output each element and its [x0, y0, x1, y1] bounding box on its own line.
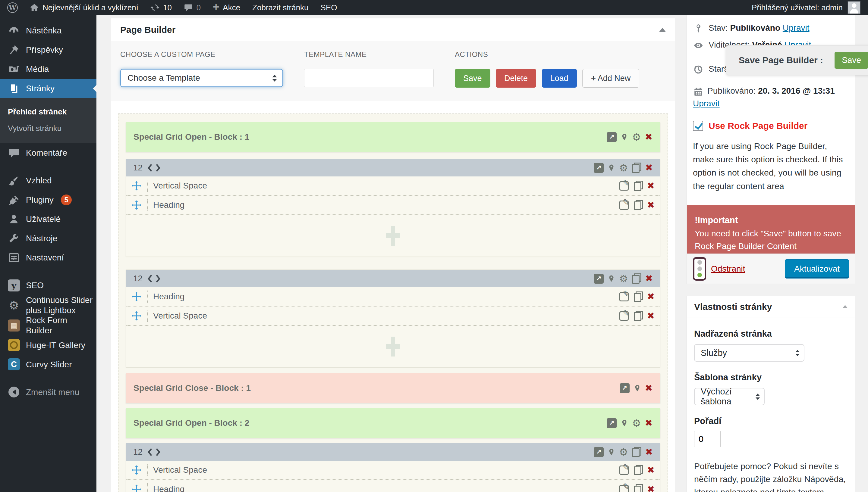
copy-icon[interactable] — [634, 465, 643, 475]
copy-icon[interactable] — [634, 200, 643, 210]
delete-widget-icon[interactable]: ✖ — [647, 181, 655, 190]
special-grid-open-block-2[interactable]: Special Grid Open - Block : 2 ↗ ⚙ ✖ — [126, 408, 660, 438]
gear-icon[interactable]: ⚙ — [619, 163, 628, 173]
widget-row[interactable]: Vertical Space ✖ — [126, 176, 660, 196]
pin-icon[interactable] — [608, 163, 615, 173]
delete-block-icon[interactable]: ✖ — [645, 132, 653, 142]
delete-column-icon[interactable]: ✖ — [645, 447, 653, 457]
collapse-menu-button[interactable]: Zmenšit menu — [0, 383, 96, 402]
save-template-button[interactable]: Save — [455, 69, 490, 88]
column-bar[interactable]: 12 ↗ ⚙ ✖ — [126, 270, 660, 287]
copy-icon[interactable] — [634, 311, 643, 321]
edit-icon[interactable] — [619, 311, 629, 321]
pin-icon[interactable] — [634, 383, 641, 393]
delete-widget-icon[interactable]: ✖ — [647, 466, 655, 474]
sidebar-item-appearance[interactable]: Vzhled — [0, 171, 96, 190]
delete-widget-icon[interactable]: ✖ — [647, 485, 655, 492]
sidebar-item-pages[interactable]: Stránky — [0, 79, 96, 98]
parent-page-select[interactable]: Služby — [694, 344, 804, 362]
gear-icon[interactable]: ⚙ — [632, 132, 641, 142]
gear-icon[interactable]: ⚙ — [619, 447, 628, 457]
copy-icon[interactable] — [634, 484, 643, 492]
tooltip-save-button[interactable]: Save — [835, 52, 868, 69]
column-bar[interactable]: 12 ↗ ⚙ ✖ — [126, 443, 660, 461]
edit-icon[interactable] — [619, 292, 629, 301]
collapse-panel-icon[interactable] — [659, 24, 666, 32]
edit-published-link[interactable]: Upravit — [693, 99, 720, 108]
submenu-item-add-page[interactable]: Vytvořit stránku — [0, 120, 96, 137]
view-page-menu[interactable]: Zobrazit stránku — [252, 3, 308, 13]
expand-icon[interactable]: ↗ — [607, 132, 617, 142]
sidebar-item-users[interactable]: Uživatelé — [0, 210, 96, 229]
expand-icon[interactable]: ↗ — [594, 447, 604, 457]
collapse-panel-icon[interactable] — [842, 302, 848, 308]
use-rpb-checkbox[interactable] — [693, 121, 703, 131]
delete-block-icon[interactable]: ✖ — [645, 419, 653, 427]
edit-icon[interactable] — [619, 200, 629, 210]
sidebar-item-curvy-slider[interactable]: C Curvy Slider — [0, 355, 96, 374]
comments-menu[interactable]: 0 — [184, 3, 201, 13]
add-widget-area[interactable] — [126, 326, 660, 367]
order-input[interactable] — [694, 431, 721, 447]
edit-icon[interactable] — [619, 485, 629, 492]
edit-icon[interactable] — [619, 181, 629, 191]
expand-icon[interactable]: ↗ — [594, 274, 604, 284]
delete-widget-icon[interactable]: ✖ — [647, 292, 655, 301]
move-handle-icon[interactable] — [132, 484, 142, 492]
edit-status-link[interactable]: Upravit — [783, 23, 810, 32]
expand-icon[interactable]: ↗ — [620, 383, 630, 393]
widget-row[interactable]: Vertical Space ✖ — [126, 461, 660, 480]
move-handle-icon[interactable] — [132, 465, 142, 475]
copy-icon[interactable] — [634, 292, 643, 302]
delete-widget-icon[interactable]: ✖ — [647, 311, 655, 320]
sidebar-item-settings[interactable]: Nastavení — [0, 248, 96, 267]
sidebar-item-continuous-slider[interactable]: ⚙ Continuous Slider plus Lightbox — [0, 295, 96, 315]
widget-row[interactable]: Heading ✖ — [126, 196, 660, 215]
sidebar-item-dashboard[interactable]: Nástěnka — [0, 21, 96, 40]
delete-template-button[interactable]: Delete — [496, 69, 536, 88]
copy-icon[interactable] — [632, 447, 641, 457]
sidebar-item-posts[interactable]: Příspěvky — [0, 40, 96, 59]
add-widget-area[interactable] — [126, 215, 660, 256]
delete-column-icon[interactable]: ✖ — [645, 274, 653, 283]
submenu-item-all-pages[interactable]: Přehled stránek — [0, 104, 96, 120]
sidebar-item-huge-it-gallery[interactable]: Huge-IT Gallery — [0, 336, 96, 355]
special-grid-close-block-1[interactable]: Special Grid Close - Block : 1 ↗ ✖ — [126, 373, 660, 403]
template-select[interactable]: Choose a Template — [120, 69, 283, 87]
sidebar-item-media[interactable]: Média — [0, 59, 96, 79]
copy-icon[interactable] — [632, 273, 641, 284]
move-handle-icon[interactable] — [132, 181, 142, 191]
sidebar-item-comments[interactable]: Komentáře — [0, 143, 96, 163]
copy-icon[interactable] — [632, 163, 641, 173]
column-bar[interactable]: 12 ↗ ⚙ ✖ — [126, 159, 660, 176]
gear-icon[interactable]: ⚙ — [619, 274, 628, 284]
sidebar-item-seo[interactable]: y SEO — [0, 276, 96, 295]
sidebar-item-tools[interactable]: Nástroje — [0, 229, 96, 248]
template-select[interactable]: Výchozí šablona — [694, 388, 765, 405]
wordpress-menu[interactable]: W — [7, 2, 18, 13]
delete-widget-icon[interactable]: ✖ — [647, 200, 655, 210]
site-name-menu[interactable]: Nejlevnější úklid a vyklízení — [30, 3, 138, 13]
pin-icon[interactable] — [608, 447, 615, 457]
widget-row[interactable]: Vertical Space ✖ — [126, 306, 660, 326]
sidebar-item-rock-form-builder[interactable]: ▤ Rock Form Builder — [0, 315, 96, 336]
widget-row[interactable]: Heading ✖ — [126, 480, 660, 492]
add-new-button[interactable]: +Add New — [582, 69, 639, 88]
move-handle-icon[interactable] — [132, 311, 142, 321]
move-handle-icon[interactable] — [132, 292, 142, 302]
copy-icon[interactable] — [634, 181, 643, 191]
updates-menu[interactable]: 10 — [150, 3, 172, 13]
account-menu[interactable]: Přihlášený uživatel: admin — [752, 1, 861, 14]
special-grid-open-block-1[interactable]: Special Grid Open - Block : 1 ↗ ⚙ ✖ — [126, 122, 660, 152]
gear-icon[interactable]: ⚙ — [632, 418, 641, 428]
move-handle-icon[interactable] — [132, 200, 142, 210]
pin-icon[interactable] — [620, 418, 628, 428]
new-content-menu[interactable]: + Akce — [213, 3, 240, 13]
pin-icon[interactable] — [620, 132, 628, 142]
seo-admin-menu[interactable]: SEO — [321, 3, 337, 13]
sidebar-item-plugins[interactable]: Pluginy 5 — [0, 190, 96, 210]
delete-column-icon[interactable]: ✖ — [645, 163, 653, 172]
widget-row[interactable]: Heading ✖ — [126, 287, 660, 306]
update-button[interactable]: Aktualizovat — [785, 259, 849, 278]
load-template-button[interactable]: Load — [542, 69, 577, 88]
